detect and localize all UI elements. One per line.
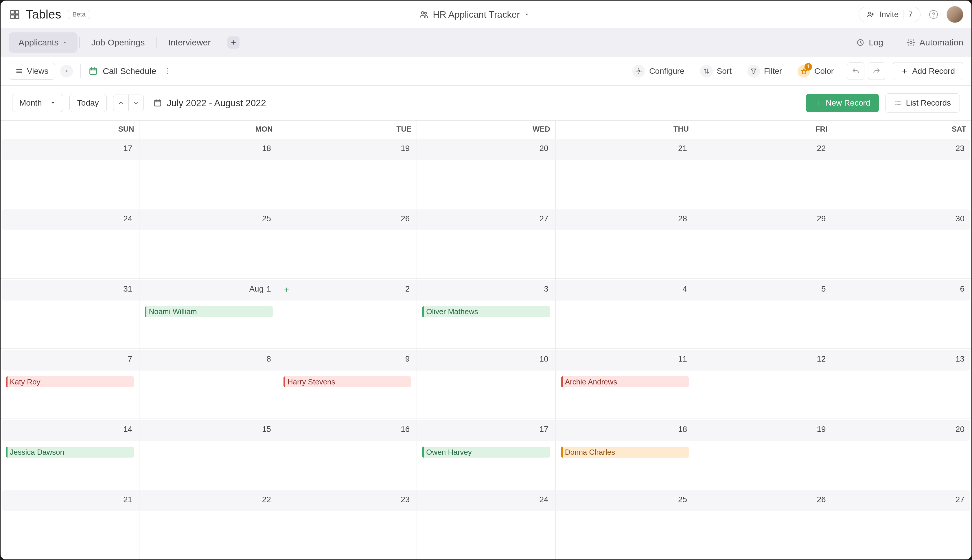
week-row: 24252627282930 xyxy=(1,208,971,278)
tab-applicants[interactable]: Applicants xyxy=(9,32,78,53)
day-cell[interactable]: Aug1Noami William xyxy=(139,278,278,348)
day-cell[interactable]: 20 xyxy=(833,419,971,489)
day-cell[interactable]: 28 xyxy=(555,208,694,278)
day-cell[interactable]: 17Owen Harvey xyxy=(417,419,555,489)
color-button[interactable]: 1 Color xyxy=(792,62,840,80)
day-cell[interactable]: 19 xyxy=(694,419,832,489)
header-center[interactable]: HR Applicant Tracker xyxy=(98,9,851,20)
divider xyxy=(79,37,80,48)
day-cell[interactable]: 8 xyxy=(139,348,278,418)
day-number: 22 xyxy=(262,495,271,504)
day-cell[interactable]: 10 xyxy=(417,348,555,418)
day-number: 21 xyxy=(123,495,132,504)
filter-button[interactable]: Filter xyxy=(742,62,788,80)
new-record-button[interactable]: New Record xyxy=(806,94,879,112)
configure-button[interactable]: Configure xyxy=(627,62,690,80)
day-cell[interactable]: 29 xyxy=(694,208,832,278)
hamburger-icon xyxy=(15,67,23,75)
calendar-event[interactable]: Katy Roy xyxy=(6,376,134,387)
day-cell[interactable]: 9Harry Stevens xyxy=(278,348,417,418)
view-more-button[interactable]: ⋮ xyxy=(162,65,173,77)
day-cell[interactable]: 6 xyxy=(833,278,971,348)
day-cell[interactable]: 23 xyxy=(278,489,417,559)
add-event-hint[interactable]: + xyxy=(284,285,289,295)
day-number-value: 31 xyxy=(123,284,132,293)
day-cell[interactable]: 23 xyxy=(833,138,971,208)
day-number: 12 xyxy=(817,354,825,363)
add-tab-button[interactable]: + xyxy=(227,37,240,48)
day-cell[interactable]: 27 xyxy=(417,208,555,278)
day-number-value: 11 xyxy=(678,354,687,363)
day-cell[interactable]: 25 xyxy=(139,208,278,278)
day-cell[interactable]: 18 xyxy=(139,138,278,208)
day-cell[interactable]: 24 xyxy=(1,208,139,278)
day-cell[interactable]: 4 xyxy=(555,278,694,348)
prev-button[interactable] xyxy=(113,95,128,111)
redo-button[interactable] xyxy=(868,62,885,80)
calendar-event[interactable]: Jessica Dawson xyxy=(6,447,134,458)
brand: Tables Beta xyxy=(9,8,90,22)
day-number-value: 10 xyxy=(540,354,549,363)
day-cell[interactable]: 7Katy Roy xyxy=(1,348,139,418)
day-cell[interactable]: 2+ xyxy=(278,278,417,348)
beta-badge: Beta xyxy=(68,10,90,19)
next-button[interactable] xyxy=(128,95,143,111)
undo-button[interactable] xyxy=(847,62,864,80)
day-cell[interactable]: 19 xyxy=(278,138,417,208)
log-button[interactable]: Log xyxy=(856,38,883,47)
day-cell[interactable]: 5 xyxy=(694,278,832,348)
day-cell[interactable]: 3Oliver Mathews xyxy=(417,278,555,348)
automation-label: Automation xyxy=(919,38,963,47)
sort-button[interactable]: Sort xyxy=(694,62,737,80)
calendar-event[interactable]: Donna Charles xyxy=(561,447,689,458)
automation-button[interactable]: Automation xyxy=(907,38,963,47)
day-cell[interactable]: 12 xyxy=(694,348,832,418)
day-cell[interactable]: 13 xyxy=(833,348,971,418)
day-cell[interactable]: 27 xyxy=(833,489,971,559)
day-cell[interactable]: 26 xyxy=(278,208,417,278)
day-cell[interactable]: 20 xyxy=(417,138,555,208)
views-button[interactable]: Views xyxy=(9,63,55,80)
day-cell[interactable]: 31 xyxy=(1,278,139,348)
day-number-value: 26 xyxy=(817,495,825,504)
day-number-value: 29 xyxy=(817,214,825,223)
day-cell[interactable]: 22 xyxy=(694,138,832,208)
calendar-event[interactable]: Archie Andrews xyxy=(561,376,689,387)
calendar-event[interactable]: Harry Stevens xyxy=(283,376,411,387)
avatar[interactable] xyxy=(947,6,963,23)
calendar-event[interactable]: Owen Harvey xyxy=(422,447,550,458)
invite-button[interactable]: Invite 7 xyxy=(859,7,920,22)
view-name-label: Call Schedule xyxy=(103,66,156,76)
gear-icon xyxy=(907,38,915,47)
day-cell[interactable]: 24 xyxy=(417,489,555,559)
add-record-button[interactable]: Add Record xyxy=(893,62,963,80)
day-cell[interactable]: 14Jessica Dawson xyxy=(1,419,139,489)
day-cell[interactable]: 21 xyxy=(1,489,139,559)
day-cell[interactable]: 25 xyxy=(555,489,694,559)
list-records-label: List Records xyxy=(906,98,951,108)
day-cell[interactable]: 21 xyxy=(555,138,694,208)
calendar-event[interactable]: Oliver Mathews xyxy=(422,306,550,317)
tabs-right: Log Automation xyxy=(856,37,963,48)
help-icon[interactable]: ? xyxy=(929,10,938,19)
dow-tue: TUE xyxy=(278,121,417,138)
day-number-value: 30 xyxy=(955,214,964,223)
day-number-value: 17 xyxy=(123,144,132,153)
add-view-button[interactable]: + xyxy=(60,65,73,78)
day-cell[interactable]: 30 xyxy=(833,208,971,278)
day-cell[interactable]: 17 xyxy=(1,138,139,208)
day-cell[interactable]: 22 xyxy=(139,489,278,559)
tab-job-openings[interactable]: Job Openings xyxy=(81,32,155,53)
calendar-event[interactable]: Noami William xyxy=(145,306,272,317)
today-button[interactable]: Today xyxy=(69,94,107,112)
caret-down-icon xyxy=(62,40,68,45)
day-number-value: 12 xyxy=(817,354,825,363)
tab-interviewer[interactable]: Interviewer xyxy=(158,32,221,53)
day-cell[interactable]: 11Archie Andrews xyxy=(555,348,694,418)
period-select[interactable]: Month xyxy=(12,94,63,112)
list-records-button[interactable]: List Records xyxy=(885,93,960,113)
day-cell[interactable]: 15 xyxy=(139,419,278,489)
day-cell[interactable]: 18Donna Charles xyxy=(555,419,694,489)
day-cell[interactable]: 16 xyxy=(278,419,417,489)
day-cell[interactable]: 26 xyxy=(694,489,832,559)
